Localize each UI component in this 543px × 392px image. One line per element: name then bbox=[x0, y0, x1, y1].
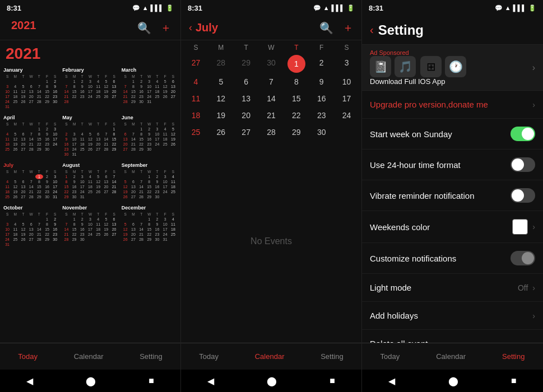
mini-day-cell[interactable]: 24 bbox=[153, 142, 161, 147]
mini-day-cell[interactable]: 17 bbox=[161, 227, 169, 232]
mini-day-cell[interactable]: 10 bbox=[71, 137, 78, 142]
mini-day-cell[interactable]: 18 bbox=[86, 184, 94, 189]
mini-day-cell[interactable]: 15 bbox=[62, 184, 70, 189]
mini-day-cell[interactable]: 16 bbox=[153, 184, 161, 189]
today-btn-left[interactable]: Today bbox=[9, 350, 47, 363]
mini-day-cell[interactable]: 29 bbox=[145, 237, 153, 242]
day-cell[interactable]: 29 bbox=[284, 124, 309, 140]
mini-day-cell[interactable]: 22 bbox=[110, 142, 118, 147]
mini-day-cell[interactable]: 8 bbox=[71, 84, 78, 89]
mini-day-cell[interactable]: 1 bbox=[71, 217, 78, 222]
mini-day-cell[interactable]: 24 bbox=[86, 232, 94, 237]
mini-day-cell[interactable]: 6 bbox=[122, 132, 129, 137]
day-cell[interactable]: 27 bbox=[183, 55, 208, 73]
mini-day-cell[interactable]: 20 bbox=[110, 89, 118, 94]
mini-day-cell[interactable]: 17 bbox=[161, 184, 169, 189]
mini-day-cell[interactable]: 26 bbox=[102, 94, 110, 99]
mini-day-cell[interactable]: 25 bbox=[169, 232, 177, 237]
mini-day-cell[interactable]: 9 bbox=[71, 179, 78, 184]
mini-day-cell[interactable]: 12 bbox=[11, 137, 19, 142]
mini-day-cell[interactable]: 21 bbox=[35, 94, 43, 99]
mini-day-cell[interactable]: 13 bbox=[102, 179, 110, 184]
mini-day-cell[interactable]: 13 bbox=[129, 184, 137, 189]
mini-day-cell[interactable]: 30 bbox=[153, 237, 161, 242]
mini-day-cell[interactable]: 8 bbox=[129, 84, 137, 89]
day-cell[interactable]: 29 bbox=[234, 55, 259, 73]
mini-day-cell[interactable]: 10 bbox=[3, 89, 11, 94]
ad-banner[interactable]: Ad Sponsored 📓 🎵 ⊞ 🕐 Download Full IOS A… bbox=[362, 45, 543, 91]
mini-day-cell[interactable]: 29 bbox=[35, 194, 43, 199]
day-cell[interactable]: 6 bbox=[234, 74, 259, 90]
mini-day-cell[interactable]: 24 bbox=[78, 189, 86, 194]
mini-day-cell[interactable]: 19 bbox=[19, 94, 27, 99]
mini-day-cell[interactable]: 11 bbox=[153, 84, 161, 89]
mini-day-cell[interactable]: 22 bbox=[43, 94, 51, 99]
mini-day-cell[interactable]: 8 bbox=[137, 132, 145, 137]
day-cell[interactable]: 22 bbox=[284, 108, 309, 123]
mini-day-cell[interactable]: 18 bbox=[161, 137, 169, 142]
mini-day-cell[interactable]: 15 bbox=[145, 184, 153, 189]
mini-day-cell[interactable]: 9 bbox=[43, 132, 51, 137]
mini-day-cell[interactable]: 26 bbox=[19, 99, 27, 104]
mini-month-october[interactable]: OctoberSMTWTFS12345678910111213141516171… bbox=[3, 205, 59, 247]
mini-day-cell[interactable]: 27 bbox=[122, 147, 129, 152]
mini-day-cell[interactable]: 27 bbox=[19, 194, 27, 199]
mini-day-cell[interactable]: 21 bbox=[137, 189, 145, 194]
mini-day-cell[interactable]: 29 bbox=[35, 147, 43, 152]
day-cell[interactable]: 12 bbox=[208, 91, 234, 106]
mini-day-cell[interactable]: 3 bbox=[161, 174, 169, 179]
mini-day-cell[interactable]: 16 bbox=[62, 142, 70, 147]
mini-day-cell[interactable]: 15 bbox=[43, 227, 51, 232]
mini-day-cell[interactable]: 22 bbox=[129, 94, 137, 99]
mini-day-cell[interactable]: 31 bbox=[78, 194, 86, 199]
mini-day-cell[interactable]: 5 bbox=[169, 127, 177, 132]
mini-day-cell[interactable]: 25 bbox=[169, 189, 177, 194]
mini-day-cell[interactable]: 14 bbox=[137, 184, 145, 189]
mini-day-cell[interactable]: 14 bbox=[102, 137, 110, 142]
mini-day-cell[interactable]: 19 bbox=[11, 189, 19, 194]
mini-day-cell[interactable]: 14 bbox=[122, 89, 129, 94]
mini-day-cell[interactable]: 9 bbox=[145, 132, 153, 137]
mini-day-cell[interactable]: 2 bbox=[71, 174, 78, 179]
mini-day-cell[interactable]: 9 bbox=[62, 137, 70, 142]
mini-day-cell[interactable]: 30 bbox=[51, 99, 59, 104]
mini-day-cell[interactable]: 14 bbox=[62, 89, 70, 94]
mini-day-cell[interactable]: 6 bbox=[19, 179, 27, 184]
mini-day-cell[interactable]: 28 bbox=[27, 147, 35, 152]
mini-day-cell[interactable]: 26 bbox=[169, 142, 177, 147]
mini-day-cell[interactable]: 25 bbox=[94, 94, 102, 99]
mini-day-cell[interactable]: 8 bbox=[43, 84, 51, 89]
mini-day-cell[interactable]: 9 bbox=[78, 222, 86, 227]
mini-day-cell[interactable]: 8 bbox=[71, 222, 78, 227]
mini-day-cell[interactable]: 30 bbox=[43, 147, 51, 152]
mini-day-cell[interactable]: 4 bbox=[169, 217, 177, 222]
mini-day-cell[interactable]: 14 bbox=[62, 227, 70, 232]
mini-day-cell[interactable]: 23 bbox=[78, 94, 86, 99]
mini-day-cell[interactable]: 5 bbox=[11, 179, 19, 184]
mini-day-cell[interactable]: 31 bbox=[51, 194, 59, 199]
mini-day-cell[interactable]: 18 bbox=[94, 89, 102, 94]
mini-day-cell[interactable]: 28 bbox=[137, 237, 145, 242]
mini-day-cell[interactable]: 19 bbox=[94, 184, 102, 189]
mini-day-cell[interactable]: 2 bbox=[78, 79, 86, 84]
mini-day-cell[interactable]: 1 bbox=[35, 127, 43, 132]
mini-day-cell[interactable]: 20 bbox=[27, 232, 35, 237]
mini-day-cell[interactable]: 11 bbox=[161, 132, 169, 137]
mini-day-cell[interactable]: 15 bbox=[71, 89, 78, 94]
mini-day-cell[interactable]: 13 bbox=[110, 84, 118, 89]
mini-day-cell[interactable]: 9 bbox=[43, 179, 51, 184]
mini-day-cell[interactable]: 3 bbox=[51, 174, 59, 179]
mini-day-cell[interactable]: 29 bbox=[129, 99, 137, 104]
mini-day-cell[interactable]: 1 bbox=[35, 174, 43, 179]
mini-day-cell[interactable]: 15 bbox=[145, 227, 153, 232]
mini-day-cell[interactable]: 19 bbox=[86, 142, 94, 147]
setting-row-6[interactable]: Light modeOff› bbox=[362, 274, 543, 302]
mini-day-cell[interactable]: 30 bbox=[51, 237, 59, 242]
home-sys-btn-mid[interactable]: ⬤ bbox=[267, 376, 277, 386]
mini-day-cell[interactable]: 10 bbox=[161, 222, 169, 227]
mini-day-cell[interactable]: 12 bbox=[94, 179, 102, 184]
mini-day-cell[interactable]: 1 bbox=[145, 217, 153, 222]
mini-day-cell[interactable]: 6 bbox=[110, 217, 118, 222]
mini-day-cell[interactable]: 22 bbox=[145, 189, 153, 194]
day-cell[interactable]: 25 bbox=[183, 124, 208, 140]
